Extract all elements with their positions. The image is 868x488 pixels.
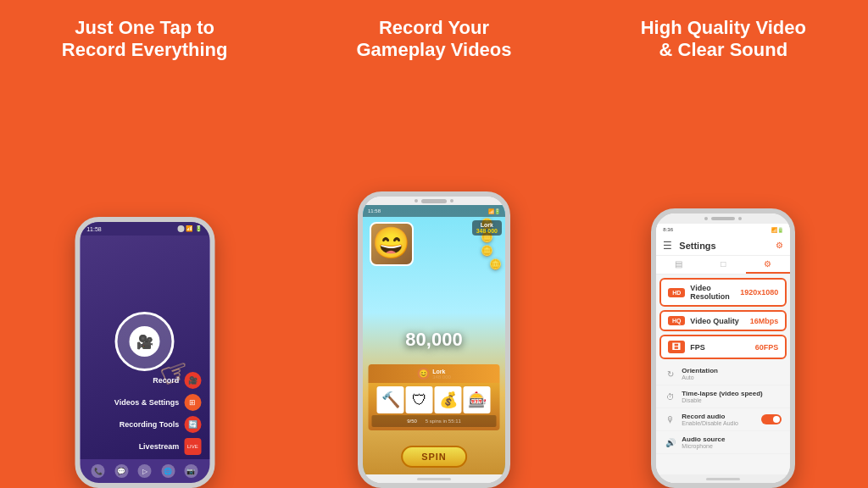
menu-item-record-label: Record: [153, 376, 179, 385]
menu-item-tools-label: Recording Tools: [120, 420, 179, 429]
badge-hd: HD: [668, 288, 685, 297]
menu-item-videos-label: Videos & Settings: [114, 398, 179, 407]
settings-item-resolution: HD Video Resolution 1920x1080: [659, 278, 787, 307]
spin-button[interactable]: SPIN: [401, 446, 467, 468]
record-audio-toggle[interactable]: [761, 414, 782, 424]
slot-bottom-text: 5 spins in 55:11: [426, 419, 461, 424]
right-heading-line1: High Quality Video: [641, 17, 806, 39]
orientation-label: Orientation: [682, 367, 782, 374]
slot-player-info: Lork 348 000: [432, 369, 451, 380]
right-phone-top: [656, 214, 790, 224]
settings-status-bar: 8:36 📶🔋: [656, 224, 790, 236]
menu-item-livestream-label: Livestream: [139, 442, 180, 451]
bottom-icon-camera[interactable]: 📷: [184, 464, 198, 478]
left-heading-line2: Record Everything: [62, 39, 228, 61]
menu-item-tools[interactable]: Recording Tools 🔄: [80, 413, 209, 435]
audio-source-sub: Microphone: [682, 443, 782, 449]
player-name: Lork: [481, 222, 493, 228]
menu-tools-icon: 🔄: [184, 416, 201, 433]
left-phone-screen: 🎥 ☞ Record 🎥 Videos & Settings ⊞ Recordi…: [80, 236, 209, 459]
right-heading-line2: & Clear Sound: [641, 39, 806, 61]
resolution-value: 1920x1080: [740, 288, 778, 297]
left-heading-line1: Just One Tap to: [62, 17, 228, 39]
tab-1[interactable]: ▤: [656, 256, 701, 274]
coin-master-game: 11:58 📶🔋 😄 🪙 🪙 🪙 🪙 Lork 348 0: [363, 205, 505, 474]
right-phone-bottom-bar: [656, 474, 790, 483]
right-heading: High Quality Video & Clear Sound: [624, 17, 823, 62]
bottom-icon-play[interactable]: ▷: [138, 464, 152, 478]
middle-heading-line2: Gameplay Videos: [356, 39, 511, 61]
player-coins: 348 000: [476, 228, 498, 234]
record-audio-sub: Enable/Disable Audio: [682, 420, 756, 426]
record-icon: 🎥: [130, 326, 160, 357]
left-phone-time: 11:58: [86, 226, 102, 232]
audio-source-label: Audio source: [682, 435, 782, 443]
fps-value: 60FPS: [755, 343, 779, 352]
orientation-content: Orientation Auto: [682, 367, 782, 380]
badge-hq: HQ: [668, 316, 685, 325]
menu-videos-icon: ⊞: [184, 394, 201, 411]
game-time: 11:58: [368, 208, 381, 214]
menu-item-livestream[interactable]: Livestream LIVE: [80, 435, 209, 458]
player-info-box: Lork 348 000: [472, 220, 502, 236]
middle-phone-top: [363, 197, 505, 205]
left-phone-bottom-icons: 📞 💬 ▷ 🌐 📷: [80, 459, 209, 483]
settings-item-fps: 🎞 FPS 60FPS: [659, 335, 787, 359]
settings-header: ☰ Settings ⚙: [656, 236, 790, 256]
slot-avatar: 😊: [417, 368, 429, 380]
slot-counter: 9/50: [407, 419, 417, 424]
record-audio-content: Record audio Enable/Disable Audio: [682, 413, 756, 426]
quality-value: 16Mbps: [750, 317, 779, 325]
home-indicator-right: [706, 478, 740, 480]
badge-fps: 🎞: [668, 341, 685, 353]
panel-left: Just One Tap to Record Everything 11:58 …: [0, 0, 289, 488]
menu-item-record[interactable]: Record 🎥: [80, 369, 209, 391]
middle-heading: Record Your Gameplay Videos: [339, 17, 528, 62]
settings-item-timelapse: ⏱ Time-lapse (video speed) Disable: [656, 385, 790, 408]
face-cam: 😄: [370, 222, 414, 266]
record-audio-icon: 🎙: [665, 413, 676, 425]
gear-icon[interactable]: ⚙: [776, 241, 783, 250]
game-icons: 📶🔋: [488, 208, 500, 214]
tab-3[interactable]: ⚙: [746, 256, 791, 274]
slot-reel-3: 💰: [435, 386, 462, 413]
slot-player-coins: 348 000: [432, 374, 451, 380]
bottom-icon-msg[interactable]: 💬: [114, 464, 128, 478]
face-cam-person: 😄: [372, 225, 410, 261]
middle-phone-screen: 11:58 📶🔋 😄 🪙 🪙 🪙 🪙 Lork 348 0: [363, 205, 505, 474]
middle-phone-bottom: [363, 474, 505, 483]
fps-label: FPS: [690, 343, 705, 352]
slot-player-name: Lork: [432, 369, 451, 374]
slot-machine: 😊 Lork 348 000 🔨 🛡 💰 🎰: [368, 364, 499, 430]
left-phone-menu: Record 🎥 Videos & Settings ⊞ Recording T…: [80, 366, 209, 459]
coin-4: 🪙: [489, 258, 502, 270]
timelapse-content: Time-lapse (video speed) Disable: [682, 390, 782, 403]
menu-livestream-icon: LIVE: [184, 438, 201, 455]
game-status-bar: 11:58 📶🔋: [363, 205, 505, 217]
record-audio-label: Record audio: [682, 413, 756, 420]
tab-2[interactable]: □: [701, 256, 746, 274]
bottom-icon-browser[interactable]: 🌐: [161, 464, 175, 478]
hamburger-icon[interactable]: ☰: [663, 240, 672, 252]
menu-record-icon: 🎥: [184, 372, 201, 389]
slot-bottom-bar: 9/50 5 spins in 55:11: [371, 415, 496, 427]
slot-body: 🔨 🛡 💰 🎰 9/50 5 spins in 55:11: [368, 383, 499, 430]
slot-reel-1: 🔨: [377, 386, 404, 413]
slot-reel-2: 🛡: [406, 386, 433, 413]
phone-left: 11:58 📶 🔋 🎥 ☞ Record 🎥 Videos & Setting: [75, 217, 214, 488]
settings-time: 8:36: [663, 227, 673, 232]
quality-label: Video Quality: [690, 317, 738, 325]
game-counter: 80,000: [405, 329, 462, 351]
slot-header: 😊 Lork 348 000: [368, 364, 499, 383]
coin-3: 🪙: [481, 245, 502, 257]
bottom-icon-phone[interactable]: 📞: [92, 464, 105, 478]
home-indicator-middle: [417, 478, 451, 480]
settings-item-record-audio: 🎙 Record audio Enable/Disable Audio: [656, 408, 790, 431]
settings-tabs: ▤ □ ⚙: [656, 256, 790, 274]
resolution-label: Video Resolution: [690, 284, 735, 301]
audio-source-content: Audio source Microphone: [682, 435, 782, 449]
panel-middle: Record Your Gameplay Videos 11:58 📶🔋 😄: [289, 0, 578, 488]
timelapse-sub: Disable: [682, 397, 782, 403]
timelapse-icon: ⏱: [665, 391, 676, 402]
menu-item-videos[interactable]: Videos & Settings ⊞: [80, 391, 209, 413]
